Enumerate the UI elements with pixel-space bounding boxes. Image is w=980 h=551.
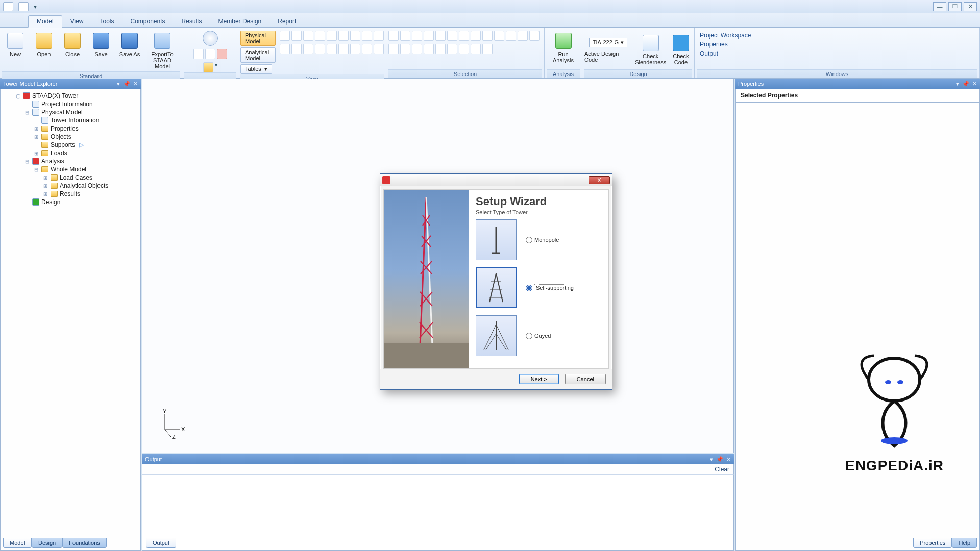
view-icon-r1-2[interactable] [291, 31, 302, 41]
sel-icon-r2-7[interactable] [459, 44, 469, 54]
output-close-icon[interactable]: ✕ [726, 456, 731, 463]
wizard-cancel-button[interactable]: Cancel [565, 374, 606, 384]
sel-icon-r1-11[interactable] [506, 31, 516, 41]
tree-loads[interactable]: Loads [51, 149, 67, 157]
window-close-button[interactable]: ✕ [964, 2, 977, 11]
zoom-out-icon[interactable] [362, 44, 372, 54]
model-tree[interactable]: ▢STAAD(X) Tower Project Information ⊟Phy… [1, 89, 140, 209]
sel-icon-r2-3[interactable] [412, 44, 422, 54]
bottom-tab-help[interactable]: Help [952, 538, 977, 548]
sel-icon-r2-5[interactable] [435, 44, 446, 54]
props-close-icon[interactable]: ✕ [972, 81, 977, 87]
export-staad-button[interactable]: ExportTo STAAD Model [145, 31, 180, 71]
sel-icon-r1-8[interactable] [471, 31, 481, 41]
ribbon-tab-results[interactable]: Results [174, 16, 210, 27]
sel-icon-r1-2[interactable] [400, 31, 410, 41]
bottom-tab-properties[interactable]: Properties [913, 538, 952, 548]
explorer-pin-icon[interactable]: ▾ [117, 81, 120, 87]
tree-objects[interactable]: Objects [51, 133, 71, 140]
ribbon-tab-view[interactable]: View [62, 16, 92, 27]
view-icon-r1-3[interactable] [303, 31, 313, 41]
qa-icon-1[interactable] [3, 2, 13, 11]
ribbon-tab-tools[interactable]: Tools [91, 16, 122, 27]
sel-icon-r2-9[interactable] [482, 44, 493, 54]
ribbon-tab-member-design[interactable]: Member Design [210, 16, 270, 27]
tree-analytical-objects[interactable]: Analytical Objects [60, 182, 108, 189]
view-icon-r1-4[interactable] [315, 31, 325, 41]
view-icon-r1-6[interactable] [338, 31, 349, 41]
check-slenderness-button[interactable]: Check Slenderness [636, 33, 666, 67]
view-icon-r2-2[interactable] [291, 44, 302, 54]
output-clear-button[interactable]: Clear [715, 466, 729, 473]
close-button[interactable]: Close [59, 31, 86, 59]
sel-icon-r1-9[interactable] [482, 31, 493, 41]
tree-analysis[interactable]: Analysis [41, 158, 64, 165]
open-button[interactable]: Open [31, 31, 57, 59]
qa-icon-2[interactable] [18, 2, 29, 11]
view-icon-r1-1[interactable] [280, 31, 290, 41]
sel-icon-r1-5[interactable] [435, 31, 446, 41]
tree-design[interactable]: Design [41, 198, 60, 206]
explorer-autohide-icon[interactable]: 📌 [123, 81, 130, 87]
sel-icon-r2-2[interactable] [400, 44, 410, 54]
output-link[interactable]: Output [697, 49, 721, 58]
sel-icon-r1-7[interactable] [459, 31, 469, 41]
physical-model-button[interactable]: Physical Model [240, 31, 276, 46]
guyed-option[interactable]: Guyed [526, 333, 551, 339]
save-as-button[interactable]: Save As [116, 31, 143, 59]
bottom-tab-foundations[interactable]: Foundations [62, 538, 107, 548]
ribbon-tab-model[interactable]: Model [28, 15, 62, 28]
qa-dropdown-icon[interactable]: ▾ [34, 3, 37, 10]
sel-icon-r1-1[interactable] [388, 31, 399, 41]
output-textarea[interactable] [142, 475, 734, 551]
tree-load-cases[interactable]: Load Cases [60, 174, 92, 181]
tables-button[interactable]: Tables▾ [240, 64, 272, 74]
tree-project-information[interactable]: Project Information [41, 101, 93, 108]
guyed-thumb[interactable] [476, 315, 517, 356]
zoom-fit-icon[interactable] [374, 44, 384, 54]
monopole-thumb[interactable] [476, 219, 517, 260]
view-icon-r1-5[interactable] [327, 31, 337, 41]
tree-physical-model[interactable]: Physical Model [41, 109, 83, 116]
clip-delete-icon[interactable] [217, 49, 227, 59]
sel-icon-r1-3[interactable] [412, 31, 422, 41]
clip-cut-icon[interactable] [205, 49, 215, 59]
wizard-next-button[interactable]: Next > [519, 374, 559, 384]
new-button[interactable]: New [2, 31, 29, 59]
ribbon-tab-components[interactable]: Components [122, 16, 174, 27]
zoom-window-icon[interactable] [374, 31, 384, 41]
sel-icon-r2-8[interactable] [471, 44, 481, 54]
view-icon-r2-4[interactable] [315, 44, 325, 54]
iso-view-icon[interactable] [203, 31, 218, 46]
properties-link[interactable]: Properties [697, 40, 731, 49]
bottom-tab-model[interactable]: Model [3, 538, 32, 548]
sel-icon-r1-10[interactable] [494, 31, 504, 41]
clip-dropdown-icon[interactable]: ▾ [215, 62, 217, 72]
self-supporting-option[interactable]: Self-supporting [526, 284, 575, 291]
save-button[interactable]: Save [88, 31, 114, 59]
dialog-close-button[interactable]: X [589, 176, 610, 184]
output-pin-icon[interactable]: ▾ [710, 456, 713, 463]
sel-icon-r1-6[interactable] [447, 31, 457, 41]
tree-properties[interactable]: Properties [51, 125, 79, 132]
view-icon-r1-7[interactable] [350, 31, 360, 41]
bottom-tab-output[interactable]: Output [146, 538, 176, 548]
sel-icon-r2-6[interactable] [447, 44, 457, 54]
sel-icon-r2-4[interactable] [424, 44, 434, 54]
view-icon-r2-6[interactable] [338, 44, 349, 54]
view-icon-r2-1[interactable] [280, 44, 290, 54]
bottom-tab-design[interactable]: Design [32, 538, 62, 548]
project-workspace-link[interactable]: Project Workspace [697, 31, 754, 40]
window-maximize-button[interactable]: ❐ [948, 2, 962, 11]
run-analysis-button[interactable]: Run Analysis [547, 31, 580, 65]
explorer-close-icon[interactable]: ✕ [133, 81, 138, 87]
ribbon-tab-report[interactable]: Report [270, 16, 304, 27]
sel-icon-r1-12[interactable] [518, 31, 528, 41]
zoom-in-icon[interactable] [350, 44, 360, 54]
check-code-button[interactable]: Check Code [670, 33, 692, 67]
clip-copy-icon[interactable] [193, 49, 204, 59]
self-supporting-thumb[interactable] [476, 267, 517, 308]
sel-icon-r2-1[interactable] [388, 44, 399, 54]
tree-tower-information[interactable]: Tower Information [51, 117, 99, 124]
monopole-option[interactable]: Monopole [526, 237, 559, 243]
